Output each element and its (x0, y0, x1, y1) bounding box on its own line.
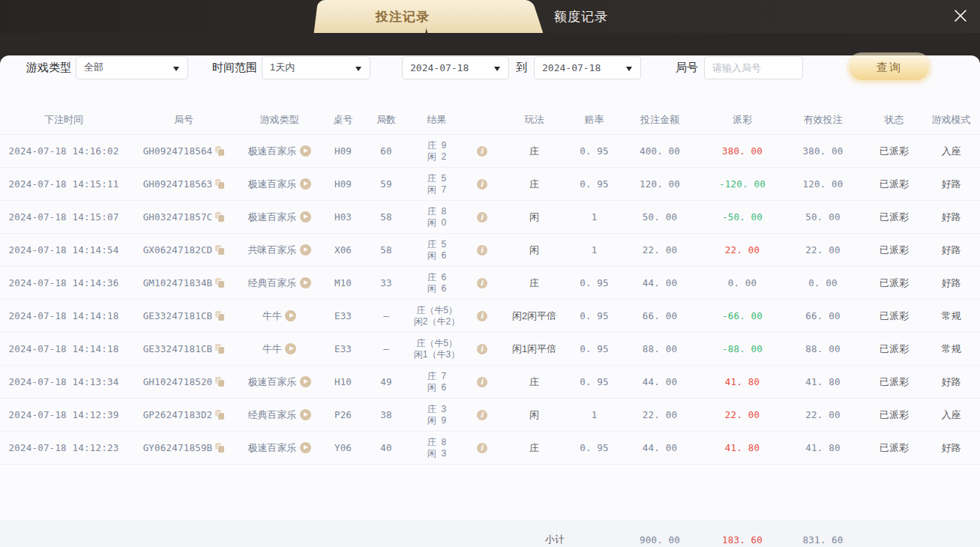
info-icon[interactable] (477, 278, 487, 288)
tab-quota-records[interactable]: 额度记录 (495, 0, 667, 33)
info-icon[interactable] (477, 146, 487, 157)
cell-round-id: GX06247182CD (127, 244, 240, 256)
cell-odds: 0. 95 (574, 277, 615, 288)
copy-icon[interactable] (215, 146, 224, 156)
subtotal-valid-bet: 831. 60 (780, 534, 866, 546)
play-icon[interactable] (300, 244, 311, 256)
time-range-select[interactable]: 1天内 (262, 56, 370, 79)
copy-icon[interactable] (215, 344, 224, 354)
play-icon[interactable] (285, 343, 296, 354)
play-icon[interactable] (285, 310, 296, 321)
cell-game-type: 极速百家乐 (240, 375, 319, 389)
cell-result: 庄 8 闲 3 (405, 437, 469, 459)
info-icon[interactable] (477, 410, 487, 420)
game-type-value: 全部 (84, 61, 103, 74)
cell-payout: -120. 00 (705, 178, 780, 190)
info-icon[interactable] (477, 212, 487, 223)
subtotal-label: 小计 (495, 533, 615, 546)
cell-bet-time: 2024-07-18 14:12:23 (0, 442, 127, 453)
copy-icon[interactable] (215, 410, 224, 420)
cell-round-id: GE33247181CB (127, 310, 240, 321)
result-banker-line: 庄 3 (427, 404, 446, 415)
cell-game-type: 极速百家乐 (240, 441, 319, 455)
tab-betting-records[interactable]: 投注记录 (318, 0, 532, 33)
cell-round-id: GY062471859B (127, 442, 240, 453)
copy-icon[interactable] (215, 278, 224, 288)
date-from-select[interactable]: 2024-07-18 (402, 56, 509, 79)
caret-down-icon (494, 67, 500, 71)
col-payout: 派彩 (705, 113, 780, 127)
result-player-line: 闲2（牛2） (414, 316, 460, 327)
play-icon[interactable] (300, 376, 311, 387)
info-icon[interactable] (477, 179, 487, 190)
table-row: 2024-07-18 14:14:18 GE33247181CB 牛牛 E33 … (0, 300, 980, 333)
result-banker-line: 庄 5 (427, 239, 446, 250)
cell-round-count: 33 (367, 277, 405, 288)
info-icon[interactable] (477, 377, 487, 387)
cell-bet-time: 2024-07-18 14:15:07 (0, 211, 127, 223)
date-to-select[interactable]: 2024-07-18 (534, 56, 641, 79)
cell-payout: -50. 00 (705, 211, 780, 223)
cell-round-id: GM102471834B (127, 277, 240, 288)
cell-info (469, 245, 495, 256)
cell-play-type: 庄 (495, 441, 574, 455)
betting-records-dialog: 投注记录 额度记录 游戏类型 全部 时间范围 1天内 2024-0 (0, 0, 980, 547)
cell-valid-bet: 41. 80 (780, 442, 866, 453)
cell-odds: 0. 95 (574, 376, 615, 387)
copy-icon[interactable] (215, 245, 224, 255)
cell-round-id: GH0924718564 (127, 145, 240, 157)
round-id-input[interactable] (704, 56, 803, 79)
cell-result: 庄（牛5） 闲1（牛3） (405, 338, 469, 360)
cell-play-type: 闲2闲平倍 (495, 309, 574, 323)
copy-icon[interactable] (215, 212, 224, 222)
info-icon[interactable] (477, 443, 487, 453)
cell-game-mode: 好路 (922, 276, 980, 290)
date-to-label: 到 (516, 61, 527, 75)
copy-icon[interactable] (215, 443, 224, 453)
play-icon[interactable] (300, 409, 311, 420)
cell-valid-bet: 22. 00 (780, 409, 866, 420)
query-button[interactable]: 查询 (850, 55, 929, 80)
play-icon[interactable] (300, 211, 311, 223)
cell-play-type: 庄 (495, 375, 574, 389)
cell-info (469, 311, 495, 321)
caret-down-icon (355, 67, 361, 71)
cell-status: 已派彩 (866, 145, 922, 158)
cell-bet-amount: 44. 00 (615, 277, 705, 288)
copy-icon[interactable] (215, 311, 224, 321)
cell-bet-time: 2024-07-18 14:15:11 (0, 178, 127, 190)
cell-play-type: 闲1闲平倍 (495, 342, 574, 356)
copy-icon[interactable] (215, 377, 224, 387)
result-player-line: 闲 6 (427, 382, 446, 393)
cell-bet-amount: 22. 00 (615, 409, 705, 420)
table-row: 2024-07-18 14:14:54 GX06247182CD 共咪百家乐 X… (0, 234, 980, 267)
play-icon[interactable] (300, 145, 311, 157)
cell-payout: 0. 00 (705, 277, 780, 288)
cell-round-id: GE33247181CB (127, 343, 240, 354)
info-icon[interactable] (477, 344, 487, 354)
copy-icon[interactable] (215, 179, 224, 189)
col-bet-time: 下注时间 (0, 113, 127, 127)
tab-quota-records-label: 额度记录 (554, 8, 608, 25)
table-row: 2024-07-18 14:14:18 GE33247181CB 牛牛 E33 … (0, 333, 980, 366)
cell-info (469, 443, 495, 453)
close-icon[interactable] (951, 6, 970, 25)
summary-section: 小计 900. 00 183. 60 831. 60 总计 1, 854. 00… (0, 520, 980, 547)
play-icon[interactable] (300, 178, 311, 190)
play-icon[interactable] (300, 442, 311, 453)
col-status: 状态 (866, 113, 922, 127)
cell-table-no: H03 (319, 211, 367, 223)
play-icon[interactable] (300, 277, 311, 288)
result-banker-line: 庄 8 (427, 206, 446, 217)
dialog-body: 游戏类型 全部 时间范围 1天内 2024-07-18 到 2024-07-18… (0, 55, 980, 547)
cell-status: 已派彩 (866, 375, 922, 389)
date-from-value: 2024-07-18 (410, 62, 469, 73)
cell-round-count: 49 (367, 376, 405, 387)
cell-table-no: P26 (319, 409, 367, 420)
cell-info (469, 410, 495, 420)
info-icon[interactable] (477, 245, 487, 256)
game-type-select[interactable]: 全部 (76, 56, 188, 79)
info-icon[interactable] (477, 311, 487, 321)
cell-play-type: 庄 (495, 276, 574, 290)
cell-game-type: 经典百家乐 (240, 408, 319, 422)
